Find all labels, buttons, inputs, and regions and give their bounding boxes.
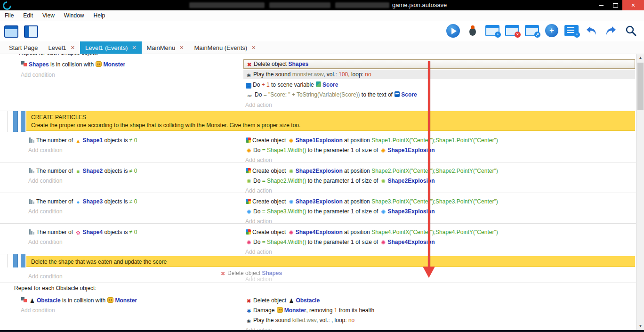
create-icon xyxy=(246,168,251,173)
x-badge-icon: × xyxy=(515,32,521,38)
project-panel-icon[interactable] xyxy=(4,24,19,39)
comment-block[interactable]: Delete the shape that was eaten and upda… xyxy=(26,256,635,267)
scene-panel-icon[interactable] xyxy=(24,24,39,39)
add-action-link[interactable]: Add action xyxy=(245,325,635,330)
text-segment: to the parameter 1 of size of xyxy=(306,178,379,184)
close-icon: ✕ xyxy=(631,2,635,8)
tab-level1-events[interactable]: Level1 (Events)✕ xyxy=(80,41,142,54)
add-action-link[interactable]: Add action xyxy=(245,247,635,257)
menu-window[interactable]: Window xyxy=(59,10,89,21)
close-button[interactable]: ✕ xyxy=(622,0,644,10)
event-shape4: The number of ✿Shape4 objects is ≠ 0 Add… xyxy=(0,224,636,254)
maximize-button[interactable] xyxy=(608,0,622,10)
condition-line[interactable]: ♟Obstacle is in collision with Monster xyxy=(21,296,137,305)
action-line[interactable]: Create object ✺Shape3Explosion at positi… xyxy=(245,197,635,206)
tab-label: Start Page xyxy=(9,44,38,51)
search-button[interactable] xyxy=(623,23,638,38)
search-icon xyxy=(625,24,637,37)
scroll-up-icon[interactable]: ▲ xyxy=(636,54,644,62)
tab-mainmenu[interactable]: MainMenu✕ xyxy=(142,41,189,54)
action-line[interactable]: ◉Play the sound monster.wav, vol.: 100, … xyxy=(243,70,635,79)
close-tab-icon[interactable]: ✕ xyxy=(179,45,184,51)
comment-block[interactable]: CREATE PARTICLES Create the proper one a… xyxy=(26,111,635,131)
condition-line[interactable]: The number of ▲Shape1 objects is ≠ 0 xyxy=(28,136,137,145)
text-segment: = Shape1.Width() xyxy=(262,147,306,154)
condition-line[interactable]: Shapes is in collision with Monster xyxy=(21,60,125,69)
minimize-icon xyxy=(599,5,604,6)
close-tab-icon[interactable]: ✕ xyxy=(132,45,136,51)
action-line[interactable]: ✺Do = Shape3.Width() to the parameter 1 … xyxy=(245,207,635,216)
add-condition-link[interactable]: Add condition xyxy=(28,146,63,155)
menu-help[interactable]: Help xyxy=(89,10,110,21)
collision-icon xyxy=(21,61,27,67)
drag-arrow-head xyxy=(423,267,435,278)
action-line[interactable]: Create object ✺Shape1Explosion at positi… xyxy=(245,136,635,145)
add-comment-button[interactable]: ↗ xyxy=(524,23,539,38)
scrollbar-thumb[interactable] xyxy=(637,63,644,110)
add-subevent-button[interactable]: × xyxy=(505,23,520,38)
add-event-button[interactable]: + xyxy=(485,23,500,38)
debug-button[interactable] xyxy=(465,23,480,38)
text-segment: Obstacle xyxy=(37,297,61,304)
scroll-down-icon[interactable]: ▼ xyxy=(636,323,644,330)
play-button[interactable] xyxy=(445,23,460,38)
scorevar-icon xyxy=(316,81,321,87)
action-line[interactable]: ✱Damage Monster, removing 1 from its hea… xyxy=(245,306,635,315)
text-segment: to the parameter 1 of size of xyxy=(306,208,379,215)
undo-button[interactable] xyxy=(584,23,599,38)
event-shape2: The number of ■Shape2 objects is ≠ 0 Add… xyxy=(0,162,636,193)
action-line-selected[interactable]: ✖Delete object Shapes xyxy=(243,59,635,69)
action-line[interactable]: ✺Do = Shape1.Width() to the parameter 1 … xyxy=(245,146,635,155)
event-repeat-obstacle[interactable]: Repeat for each Obstacle object: xyxy=(14,284,97,292)
action-line[interactable]: Create object ✺Shape2Explosion at positi… xyxy=(245,166,635,176)
arrow-badge-icon: ↗ xyxy=(534,32,540,38)
add-action-link[interactable]: Add action xyxy=(245,100,635,110)
action-line[interactable]: ✺Do = Shape4.Width() to the parameter 1 … xyxy=(245,237,635,247)
text-segment: Shape2.PointX("Center");Shape2.PointY("C… xyxy=(371,168,498,174)
text-segment: Shape3 xyxy=(82,198,103,205)
close-tab-icon[interactable]: ✕ xyxy=(251,45,256,51)
dragged-action-ghost: ✖Delete object Shapes xyxy=(219,270,282,277)
text-segment: ≠ 0 xyxy=(129,168,137,174)
tab-mainmenu-events[interactable]: MainMenu (Events)✕ xyxy=(189,41,261,54)
shape4-icon: ✿ xyxy=(75,230,81,235)
add-condition-link[interactable]: Add condition xyxy=(28,237,63,247)
text-segment: Shape1 xyxy=(82,137,103,144)
event-repeat-shapes-clipped[interactable]: Repeat for each Shapes object: xyxy=(19,54,98,57)
add-new-button[interactable]: + xyxy=(544,23,559,38)
add-condition-link[interactable]: Add condition xyxy=(21,70,55,80)
condition-line[interactable]: The number of ✿Shape4 objects is ≠ 0 xyxy=(28,227,137,237)
toolbar: + × ↗ + + xyxy=(0,21,644,41)
menu-file[interactable]: File xyxy=(0,10,18,21)
variable-icon: = xyxy=(246,83,251,89)
tab-start-page[interactable]: Start Page xyxy=(4,41,43,54)
action-line[interactable]: ◉Play the sound killed.wav, vol.: , loop… xyxy=(245,316,635,325)
toolbar-left-group xyxy=(4,24,39,39)
minimize-button[interactable] xyxy=(594,0,608,10)
text-segment: Score xyxy=(322,81,338,88)
events-list-button[interactable]: + xyxy=(564,23,579,38)
explosion3-icon: ✺ xyxy=(288,199,294,205)
action-line[interactable]: ✺Do = Shape2.Width() to the parameter 1 … xyxy=(245,176,635,186)
condition-line[interactable]: The number of ■Shape2 objects is ≠ 0 xyxy=(28,166,137,176)
action-line[interactable]: Create object ✺Shape4Explosion at positi… xyxy=(245,227,635,237)
add-condition-link[interactable]: Add condition xyxy=(28,272,63,281)
condition-line[interactable]: The number of ●Shape3 objects is ≠ 0 xyxy=(28,197,137,206)
redo-button[interactable] xyxy=(604,23,619,38)
close-tab-icon[interactable]: ✕ xyxy=(71,45,75,51)
add-condition-link[interactable]: Add condition xyxy=(21,306,55,315)
action-line[interactable]: =Do + 1 to scene variable Score xyxy=(245,80,635,89)
menu-view[interactable]: View xyxy=(38,10,59,21)
add-condition-link[interactable]: Add condition xyxy=(28,176,63,186)
tab-level1[interactable]: Level1✕ xyxy=(43,41,80,54)
action-line[interactable]: txtDo = "Score: " + ToString(Variable(Sc… xyxy=(245,90,635,99)
add-condition-link[interactable]: Add condition xyxy=(28,207,63,216)
action-line[interactable]: ✖Delete object ♟Obstacle xyxy=(245,296,635,305)
explosion4-icon: ✺ xyxy=(288,230,294,235)
count-icon xyxy=(29,229,35,235)
menu-edit[interactable]: Edit xyxy=(18,10,38,21)
events-editor: Repeat for each Shapes object: Shapes is… xyxy=(0,54,636,330)
vertical-scrollbar[interactable]: ▲ ▼ xyxy=(636,54,644,330)
tab-bar: Start Page Level1✕ Level1 (Events)✕ Main… xyxy=(0,41,644,54)
text-segment: 100 xyxy=(338,71,348,78)
